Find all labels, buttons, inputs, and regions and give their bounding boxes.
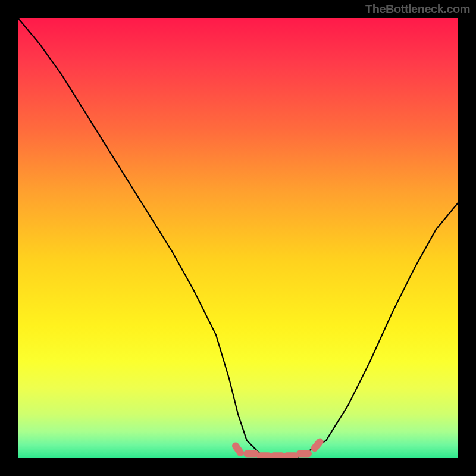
marker-point bbox=[243, 450, 259, 458]
marker-point bbox=[256, 452, 272, 458]
plot-area bbox=[18, 18, 458, 458]
chart-svg bbox=[18, 18, 458, 458]
marker-point bbox=[296, 450, 312, 458]
gradient-background bbox=[18, 18, 458, 458]
marker-point bbox=[270, 452, 286, 458]
watermark-text: TheBottleneck.com bbox=[365, 2, 470, 16]
marker-point bbox=[283, 452, 299, 458]
chart-container: TheBottleneck.com bbox=[0, 0, 476, 476]
